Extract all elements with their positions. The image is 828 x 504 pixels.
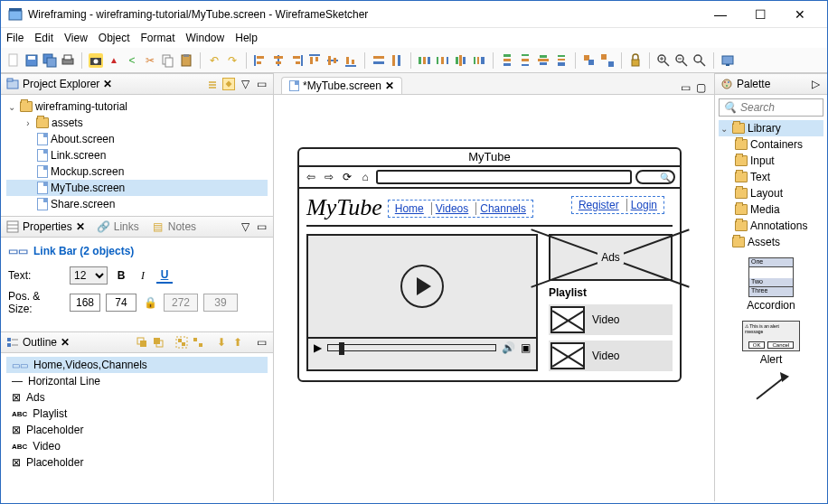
- menu-format[interactable]: Format: [141, 32, 175, 44]
- align-top-icon[interactable]: [307, 53, 322, 68]
- maximize-editor-icon[interactable]: ▢: [694, 81, 707, 94]
- nav-linkbar[interactable]: Home Videos Channels: [388, 200, 533, 218]
- distribute-v-center-icon[interactable]: [536, 53, 550, 68]
- outline-send-backward-icon[interactable]: [152, 336, 165, 349]
- distribute-v-spacing-icon[interactable]: [518, 53, 532, 68]
- outline-bring-forward-icon[interactable]: [136, 336, 148, 349]
- palette-assets[interactable]: Assets: [748, 236, 780, 248]
- collapse-all-icon[interactable]: [206, 78, 219, 90]
- share-icon[interactable]: <: [125, 53, 139, 68]
- fullscreen-icon[interactable]: ▣: [521, 341, 531, 354]
- presentation-icon[interactable]: [720, 53, 735, 68]
- minimize-panel-icon[interactable]: ▭: [255, 336, 268, 349]
- nav-refresh-icon[interactable]: ⟳: [340, 171, 354, 183]
- window-maximize-button[interactable]: ☐: [740, 2, 780, 27]
- view-menu-icon[interactable]: ▽: [239, 220, 251, 233]
- align-bottom-icon[interactable]: [343, 53, 358, 68]
- properties-tab[interactable]: Properties: [23, 220, 72, 233]
- play-small-icon[interactable]: ▶: [314, 341, 322, 354]
- notes-tab[interactable]: Notes: [168, 220, 196, 233]
- minimize-editor-icon[interactable]: ▭: [679, 81, 692, 94]
- outline-item[interactable]: Playlist: [33, 407, 67, 420]
- group-gap-icon[interactable]: [600, 53, 615, 68]
- font-size-combo[interactable]: 12: [70, 266, 108, 285]
- cut-icon[interactable]: ✂: [143, 53, 157, 68]
- nav-search[interactable]: 🔍: [635, 170, 675, 184]
- distribute-v-bottom-icon[interactable]: [554, 53, 569, 68]
- paste-icon[interactable]: [179, 53, 193, 68]
- align-right-icon[interactable]: [289, 53, 304, 68]
- view-menu-icon[interactable]: ▽: [239, 78, 251, 90]
- distribute-v-icon[interactable]: [500, 53, 514, 68]
- distribute-h-icon[interactable]: [418, 53, 432, 68]
- outline-group-icon[interactable]: [175, 336, 188, 349]
- minimize-panel-icon[interactable]: ▭: [255, 220, 268, 233]
- palette-widget-alert[interactable]: ⚠ This is an alert message OKCancel Aler…: [742, 321, 800, 366]
- palette-cat[interactable]: Annotations: [750, 219, 807, 232]
- camera-icon[interactable]: [89, 53, 103, 68]
- nav-home-icon[interactable]: ⌂: [358, 171, 372, 183]
- auth-link-login[interactable]: Login: [626, 199, 661, 211]
- distribute-h-right-icon[interactable]: [472, 53, 486, 68]
- menu-edit[interactable]: Edit: [34, 32, 53, 44]
- align-center-h-icon[interactable]: [271, 53, 286, 68]
- zoom-out-icon[interactable]: [674, 53, 689, 68]
- link-editor-icon[interactable]: [222, 78, 235, 90]
- design-canvas[interactable]: MyTube ⇦ ⇨ ⟳ ⌂ 🔍 MyTube Home Videos: [274, 95, 714, 501]
- match-width-icon[interactable]: [372, 53, 386, 68]
- pos-y-input[interactable]: [106, 294, 136, 312]
- align-left-icon[interactable]: [253, 53, 268, 68]
- tree-file[interactable]: Mockup.screen: [51, 165, 124, 178]
- tree-file[interactable]: Link.screen: [51, 149, 106, 162]
- window-minimize-button[interactable]: —: [701, 2, 740, 27]
- distribute-h-center-icon[interactable]: [454, 53, 468, 68]
- tree-file[interactable]: About.screen: [51, 133, 115, 145]
- palette-cat[interactable]: Text: [750, 171, 770, 183]
- palette-library[interactable]: Library: [748, 122, 781, 135]
- copy-icon[interactable]: [161, 53, 175, 68]
- zoom-in-icon[interactable]: [656, 53, 671, 68]
- tree-file-selected[interactable]: MyTube.screen: [51, 182, 125, 194]
- outline-up-icon[interactable]: ⬇: [215, 336, 228, 349]
- outline-item[interactable]: Home,Videos,Channels: [33, 359, 147, 371]
- auth-linkbar[interactable]: Register Login: [571, 196, 664, 214]
- palette-cat[interactable]: Containers: [750, 138, 803, 151]
- menu-window[interactable]: Window: [186, 32, 225, 44]
- undo-icon[interactable]: ↶: [207, 53, 221, 68]
- nav-forward-icon[interactable]: ⇨: [322, 171, 336, 183]
- menu-file[interactable]: File: [6, 32, 24, 44]
- video-player[interactable]: ▶ 🔊 ▣: [306, 234, 538, 371]
- volume-icon[interactable]: 🔊: [502, 341, 515, 354]
- width-input[interactable]: [164, 294, 198, 312]
- underline-button[interactable]: U: [156, 267, 173, 284]
- new-doc-icon[interactable]: [6, 53, 21, 68]
- bold-button[interactable]: B: [113, 267, 129, 284]
- menu-help[interactable]: Help: [235, 32, 258, 44]
- auth-link-register[interactable]: Register: [575, 199, 623, 211]
- print-icon[interactable]: [61, 53, 75, 68]
- menu-view[interactable]: View: [64, 32, 88, 44]
- palette-tree[interactable]: ⌄Library Containers Input Text Layout Me…: [719, 120, 823, 250]
- links-tab[interactable]: Links: [114, 220, 139, 233]
- palette-widget-accordion[interactable]: One Two Three Accordion: [747, 257, 795, 312]
- palette-search-input[interactable]: 🔍 Search: [719, 98, 823, 117]
- outline-item[interactable]: Horizontal Line: [28, 375, 100, 387]
- menu-object[interactable]: Object: [99, 32, 130, 44]
- editor-tab-close-icon[interactable]: ✕: [385, 79, 394, 92]
- pdf-icon[interactable]: ▲: [107, 53, 121, 68]
- height-input[interactable]: [203, 294, 238, 312]
- nav-link-videos[interactable]: Videos: [431, 202, 472, 215]
- outline-item[interactable]: Ads: [26, 391, 45, 404]
- outline-down-icon[interactable]: ⬆: [231, 336, 244, 349]
- playlist-item[interactable]: Video: [549, 341, 673, 371]
- window-close-button[interactable]: ✕: [780, 2, 820, 27]
- outline-ungroup-icon[interactable]: [192, 336, 204, 349]
- playlist-item[interactable]: Video: [549, 304, 673, 335]
- outline-item[interactable]: Placeholder: [26, 456, 83, 469]
- save-icon[interactable]: [24, 53, 39, 68]
- group-move-icon[interactable]: [582, 53, 597, 68]
- palette-cat[interactable]: Media: [750, 203, 780, 216]
- tree-assets-label[interactable]: assets: [52, 117, 83, 129]
- zoom-fit-icon[interactable]: [692, 53, 707, 68]
- palette-collapse-icon[interactable]: ▷: [809, 78, 822, 90]
